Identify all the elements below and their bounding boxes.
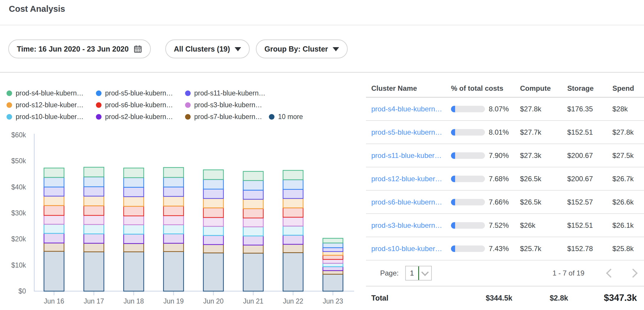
bar-segment-prod-s2-blue-kubern-jun-21[interactable] (243, 236, 263, 245)
bar-segment-prod-s5-blue-kubern-jun-20[interactable] (203, 179, 223, 189)
clusters-filter-button[interactable]: All Clusters (19) (165, 39, 250, 58)
bar-segment-10-more-jun-21[interactable] (243, 253, 263, 291)
bar-segment-prod-s12-blue-kuber-jun-20[interactable] (203, 199, 223, 208)
bar-segment-prod-s11-blue-kubern-jun-20[interactable] (203, 189, 223, 199)
bar-segment-prod-s2-blue-kubern-jun-23[interactable] (323, 267, 343, 271)
bar-segment-prod-s6-blue-kubern-jun-21[interactable] (243, 209, 263, 218)
cluster-name-link[interactable]: prod-s6-blue-kubern… (371, 198, 451, 206)
legend-item-prod-s10-blue-kuber[interactable]: prod-s10-blue-kuber… (6, 113, 96, 121)
groupby-filter-button[interactable]: Group By: Cluster (256, 39, 348, 58)
bar-segment-prod-s10-blue-kuber-jun-21[interactable] (243, 227, 263, 236)
bar-segment-10-more-jun-17[interactable] (84, 252, 104, 291)
bar-segment-prod-s6-blue-kubern-jun-22[interactable] (283, 208, 303, 217)
bar-segment-prod-s2-blue-kubern-jun-16[interactable] (44, 233, 64, 243)
bar-segment-prod-s2-blue-kubern-jun-19[interactable] (164, 234, 184, 243)
bar-segment-prod-s11-blue-kubern-jun-23[interactable] (323, 248, 343, 251)
bar-segment-prod-s7-blue-kubern-jun-18[interactable] (124, 243, 144, 252)
bar-segment-prod-s11-blue-kubern-jun-21[interactable] (243, 190, 263, 199)
legend-item-prod-s11-blue-kubern[interactable]: prod-s11-blue-kubern… (185, 89, 269, 97)
bar-segment-prod-s6-blue-kubern-jun-18[interactable] (124, 206, 144, 216)
bar-segment-prod-s2-blue-kubern-jun-17[interactable] (84, 234, 104, 243)
bar-segment-prod-s4-blue-kubern-jun-21[interactable] (243, 172, 263, 181)
next-page-button[interactable] (630, 270, 636, 276)
bar-segment-prod-s5-blue-kubern-jun-18[interactable] (124, 178, 144, 187)
bar-segment-10-more-jun-18[interactable] (124, 252, 144, 291)
bar-segment-prod-s12-blue-kuber-jun-16[interactable] (44, 196, 64, 206)
bar-segment-prod-s3-blue-kubern-jun-23[interactable] (323, 259, 343, 263)
cluster-name-link[interactable]: prod-s11-blue-kuber… (371, 151, 451, 160)
bar-segment-prod-s2-blue-kubern-jun-22[interactable] (283, 235, 303, 244)
legend-item-prod-s3-blue-kubern[interactable]: prod-s3-blue-kubern… (185, 101, 269, 109)
bar-segment-prod-s4-blue-kubern-jun-16[interactable] (44, 168, 64, 177)
bar-segment-prod-s11-blue-kubern-jun-16[interactable] (44, 187, 64, 196)
bar-segment-prod-s3-blue-kubern-jun-17[interactable] (84, 215, 104, 225)
bar-segment-prod-s3-blue-kubern-jun-20[interactable] (203, 217, 223, 226)
bar-segment-prod-s12-blue-kuber-jun-22[interactable] (283, 199, 303, 208)
bar-segment-prod-s11-blue-kubern-jun-19[interactable] (164, 187, 184, 197)
prev-page-button[interactable] (607, 270, 614, 276)
bar-segment-prod-s10-blue-kuber-jun-17[interactable] (84, 225, 104, 234)
legend-item-10-more[interactable]: 10 more (269, 113, 303, 121)
bar-segment-prod-s5-blue-kubern-jun-23[interactable] (323, 243, 343, 248)
bar-segment-10-more-jun-23[interactable] (323, 274, 343, 291)
bar-segment-prod-s7-blue-kubern-jun-20[interactable] (203, 245, 223, 253)
bar-segment-10-more-jun-19[interactable] (164, 252, 184, 291)
bar-segment-prod-s6-blue-kubern-jun-20[interactable] (203, 208, 223, 217)
bar-segment-prod-s4-blue-kubern-jun-20[interactable] (203, 170, 223, 179)
bar-segment-prod-s7-blue-kubern-jun-21[interactable] (243, 245, 263, 253)
bar-segment-prod-s5-blue-kubern-jun-17[interactable] (84, 177, 104, 187)
bar-segment-prod-s11-blue-kubern-jun-22[interactable] (283, 189, 303, 199)
legend-item-prod-s2-blue-kubern[interactable]: prod-s2-blue-kubern… (96, 113, 185, 121)
cluster-name-link[interactable]: prod-s10-blue-kuber… (371, 245, 451, 253)
bar-segment-prod-s3-blue-kubern-jun-21[interactable] (243, 218, 263, 227)
cluster-name-link[interactable]: prod-s3-blue-kubern… (371, 221, 451, 230)
bar-segment-prod-s3-blue-kubern-jun-18[interactable] (124, 216, 144, 225)
legend-item-prod-s12-blue-kuber[interactable]: prod-s12-blue-kuber… (6, 101, 96, 109)
cluster-name-link[interactable]: prod-s12-blue-kuber… (371, 175, 451, 183)
bar-segment-prod-s7-blue-kubern-jun-16[interactable] (44, 243, 64, 251)
bar-segment-10-more-jun-16[interactable] (44, 251, 64, 291)
bar-segment-10-more-jun-20[interactable] (203, 253, 223, 291)
bar-segment-prod-s10-blue-kuber-jun-22[interactable] (283, 226, 303, 235)
bar-segment-prod-s3-blue-kubern-jun-22[interactable] (283, 217, 303, 226)
time-filter-button[interactable]: Time: 16 Jun 2020 - 23 Jun 2020 (8, 39, 151, 58)
legend-item-prod-s4-blue-kubern[interactable]: prod-s4-blue-kubern… (6, 89, 96, 97)
bar-segment-prod-s6-blue-kubern-jun-17[interactable] (84, 206, 104, 215)
bar-segment-prod-s11-blue-kubern-jun-17[interactable] (84, 187, 104, 196)
bar-segment-prod-s10-blue-kuber-jun-19[interactable] (164, 225, 184, 234)
cluster-name-link[interactable]: prod-s4-blue-kubern… (371, 105, 451, 113)
bar-segment-prod-s2-blue-kubern-jun-18[interactable] (124, 234, 144, 244)
bar-segment-prod-s7-blue-kubern-jun-19[interactable] (164, 243, 184, 251)
bar-segment-prod-s12-blue-kuber-jun-21[interactable] (243, 199, 263, 209)
bar-segment-prod-s5-blue-kubern-jun-22[interactable] (283, 180, 303, 189)
bar-segment-10-more-jun-22[interactable] (283, 253, 303, 291)
bar-segment-prod-s10-blue-kuber-jun-16[interactable] (44, 224, 64, 233)
bar-segment-prod-s2-blue-kubern-jun-20[interactable] (203, 235, 223, 245)
bar-segment-prod-s6-blue-kubern-jun-16[interactable] (44, 205, 64, 215)
bar-segment-prod-s5-blue-kubern-jun-21[interactable] (243, 181, 263, 190)
bar-segment-prod-s4-blue-kubern-jun-18[interactable] (124, 168, 144, 178)
bar-segment-prod-s3-blue-kubern-jun-16[interactable] (44, 215, 64, 224)
page-select[interactable]: 1 (405, 266, 432, 281)
bar-segment-prod-s12-blue-kuber-jun-23[interactable] (323, 252, 343, 255)
bar-segment-prod-s12-blue-kuber-jun-17[interactable] (84, 196, 104, 206)
legend-item-prod-s5-blue-kubern[interactable]: prod-s5-blue-kubern… (96, 89, 185, 97)
legend-item-prod-s6-blue-kubern[interactable]: prod-s6-blue-kubern… (96, 101, 185, 109)
bar-segment-prod-s12-blue-kuber-jun-19[interactable] (164, 196, 184, 206)
bar-segment-prod-s4-blue-kubern-jun-22[interactable] (283, 170, 303, 180)
bar-segment-prod-s11-blue-kubern-jun-18[interactable] (124, 187, 144, 197)
bar-segment-prod-s4-blue-kubern-jun-17[interactable] (84, 167, 104, 177)
bar-segment-prod-s12-blue-kuber-jun-18[interactable] (124, 197, 144, 206)
bar-segment-prod-s7-blue-kubern-jun-22[interactable] (283, 244, 303, 253)
cluster-name-link[interactable]: prod-s5-blue-kubern… (371, 128, 451, 136)
bar-segment-prod-s10-blue-kuber-jun-23[interactable] (323, 263, 343, 266)
bar-segment-prod-s5-blue-kubern-jun-19[interactable] (164, 177, 184, 187)
bar-segment-prod-s10-blue-kuber-jun-18[interactable] (124, 225, 144, 234)
bar-segment-prod-s7-blue-kubern-jun-17[interactable] (84, 243, 104, 252)
bar-segment-prod-s7-blue-kubern-jun-23[interactable] (323, 271, 343, 274)
bar-segment-prod-s4-blue-kubern-jun-19[interactable] (164, 167, 184, 177)
bar-segment-prod-s6-blue-kubern-jun-19[interactable] (164, 206, 184, 216)
bar-segment-prod-s10-blue-kuber-jun-20[interactable] (203, 226, 223, 235)
bar-segment-prod-s6-blue-kubern-jun-23[interactable] (323, 255, 343, 259)
bar-segment-prod-s4-blue-kubern-jun-23[interactable] (323, 238, 343, 243)
